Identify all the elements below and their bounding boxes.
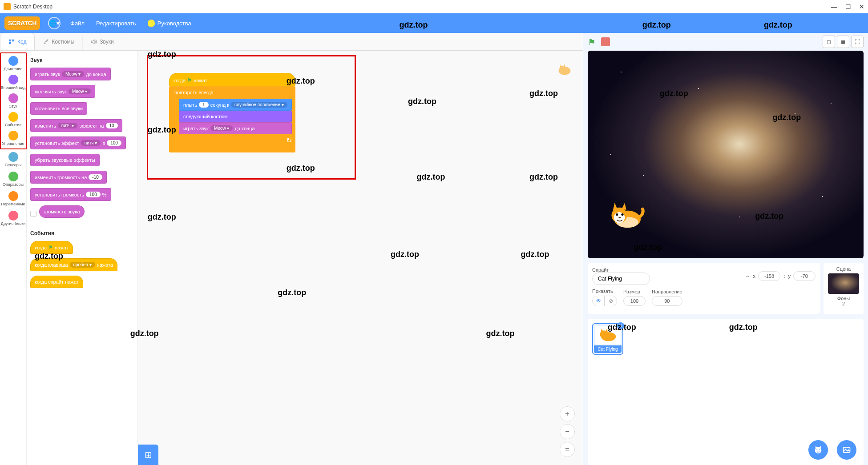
svg-marker-19 xyxy=(606,329,608,332)
green-flag-button[interactable]: ⚑ xyxy=(588,37,598,47)
svg-point-24 xyxy=(819,449,820,450)
image-icon xyxy=(842,445,851,454)
sprite-list: ✕ Cat Flying xyxy=(588,319,864,465)
tab-sounds[interactable]: Звуки xyxy=(83,33,122,50)
svg-rect-0 xyxy=(9,39,11,41)
sprite-label: Спрайт xyxy=(592,267,650,273)
y-icon: ↕ xyxy=(783,273,786,279)
block-categories: Движение Внешний вид Звук События Управл… xyxy=(0,51,27,465)
script-stack[interactable]: когда ⚑ нажат повторять всегда плыть1сек… xyxy=(169,73,295,152)
stage-small-button[interactable]: ◻ xyxy=(823,36,835,48)
sprite-name-input[interactable] xyxy=(592,273,650,285)
volume-monitor-checkbox[interactable] xyxy=(30,211,36,217)
add-backdrop-button[interactable] xyxy=(837,440,856,460)
workspace-sprite-watermark xyxy=(555,60,574,78)
sprite-info-panel: Спрайт ↔ x -158 ↕ y -70 Показать xyxy=(588,263,820,314)
stage-header: ⚑ ◻ ◼ ⛶ xyxy=(583,33,868,51)
show-sprite-button[interactable]: 👁 xyxy=(592,296,605,306)
lightbulb-icon xyxy=(148,20,155,27)
menubar: SCRATCH 🌐▾ Файл Редактировать Руководств… xyxy=(0,13,868,33)
category-control[interactable]: Управление xyxy=(1,129,26,148)
category-motion[interactable]: Движение xyxy=(1,54,26,73)
tab-code[interactable]: Код xyxy=(0,33,35,50)
sprite-y-input[interactable]: -70 xyxy=(793,271,816,281)
svg-point-15 xyxy=(618,216,621,218)
block-play-sound-until-done[interactable]: играть звукMeow ▾до конца xyxy=(30,68,111,80)
stop-button[interactable] xyxy=(601,37,610,46)
category-sensing[interactable]: Сенсоры xyxy=(1,150,26,169)
code-icon xyxy=(8,39,15,45)
menu-tutorials[interactable]: Руководства xyxy=(146,17,193,29)
tab-costumes[interactable]: Костюмы xyxy=(35,33,83,50)
category-variables[interactable]: Переменные xyxy=(1,189,26,208)
category-sound[interactable]: Звук xyxy=(1,92,26,110)
svg-marker-22 xyxy=(819,446,821,449)
app-icon xyxy=(4,3,11,10)
block-when-key-pressed[interactable]: когда клавишапробел ▾нажата xyxy=(30,258,117,271)
category-looks[interactable]: Внешний вид xyxy=(1,73,26,92)
stage-large-button[interactable]: ◼ xyxy=(837,36,849,48)
block-change-volume[interactable]: изменить громкость на-10 xyxy=(30,171,107,184)
add-extension-button[interactable]: ⊞ xyxy=(138,445,158,465)
add-sprite-button[interactable] xyxy=(808,440,828,460)
svg-point-23 xyxy=(816,449,817,450)
svg-marker-18 xyxy=(601,329,603,332)
block-stop-all-sounds[interactable]: остановить все звуки xyxy=(30,102,87,115)
svg-point-14 xyxy=(621,213,623,215)
svg-rect-1 xyxy=(9,42,11,44)
svg-marker-11 xyxy=(613,203,618,210)
block-when-sprite-clicked[interactable]: когда спрайт нажат xyxy=(30,276,83,288)
category-events[interactable]: События xyxy=(1,110,26,129)
svg-marker-12 xyxy=(622,203,626,210)
ws-glide[interactable]: плыть1секунд кслучайное положение ▾ xyxy=(179,99,292,111)
category-myblocks[interactable]: Другие блоки xyxy=(1,209,26,228)
sprite-size-input[interactable]: 100 xyxy=(623,296,646,306)
ws-play-sound[interactable]: играть звукMeow ▾до конца xyxy=(179,122,292,134)
speaker-icon xyxy=(91,39,97,45)
close-button[interactable]: ✕ xyxy=(859,3,864,10)
palette-header-sound: Звук xyxy=(30,57,134,63)
sprite-tile-cat-flying[interactable]: ✕ Cat Flying xyxy=(592,323,623,355)
menu-edit[interactable]: Редактировать xyxy=(94,17,138,29)
sprite-x-input[interactable]: -158 xyxy=(758,271,780,281)
zoom-out-button[interactable]: − xyxy=(560,424,575,439)
cat-face-icon xyxy=(813,445,823,455)
svg-point-13 xyxy=(616,213,618,215)
category-operators[interactable]: Операторы xyxy=(1,170,26,188)
stage-thumbnail[interactable] xyxy=(828,273,859,294)
brush-icon xyxy=(43,39,49,45)
scripts-workspace[interactable]: когда ⚑ нажат повторять всегда плыть1сек… xyxy=(138,51,583,465)
svg-marker-5 xyxy=(560,64,562,67)
palette-header-events: События xyxy=(30,230,134,237)
svg-rect-2 xyxy=(12,39,14,41)
sprite-direction-input[interactable]: 90 xyxy=(652,296,682,306)
tutorials-label: Руководства xyxy=(157,20,191,27)
block-palette[interactable]: Звук играть звукMeow ▾до конца включить … xyxy=(27,51,138,465)
ws-forever[interactable]: повторять всегда плыть1секунд кслучайное… xyxy=(169,86,295,152)
block-volume[interactable]: громкость звука xyxy=(39,205,85,218)
hide-sprite-button[interactable]: ⊘ xyxy=(605,296,617,306)
ws-when-flag[interactable]: когда ⚑ нажат xyxy=(169,73,295,86)
stage-fullscreen-button[interactable]: ⛶ xyxy=(851,36,864,48)
stage-info-panel[interactable]: Сцена Фоны 2 xyxy=(824,263,864,314)
block-start-sound[interactable]: включить звукMeow ▾ xyxy=(30,85,95,98)
language-button[interactable]: 🌐▾ xyxy=(48,17,61,29)
zoom-in-button[interactable]: + xyxy=(560,406,575,421)
svg-marker-21 xyxy=(816,446,818,449)
scratch-logo[interactable]: SCRATCH xyxy=(4,16,40,30)
menu-file[interactable]: Файл xyxy=(69,17,86,29)
minimize-button[interactable]: — xyxy=(831,3,837,10)
block-when-flag-clicked[interactable]: когда ⚑ нажат xyxy=(30,241,73,254)
delete-sprite-button[interactable]: ✕ xyxy=(617,322,624,329)
block-clear-effects[interactable]: убрать звуковые эффекты xyxy=(30,154,100,166)
x-icon: ↔ xyxy=(746,273,751,279)
maximize-button[interactable]: ☐ xyxy=(845,3,851,10)
block-set-effect[interactable]: установить эффектпитч ▾в100 xyxy=(30,136,126,149)
ws-next-costume[interactable]: следующий костюм xyxy=(179,111,292,122)
sprite-on-stage[interactable] xyxy=(606,200,646,232)
zoom-reset-button[interactable]: = xyxy=(560,442,575,457)
block-set-volume[interactable]: установить громкость100% xyxy=(30,188,111,201)
block-change-effect[interactable]: изменитьпитч ▾эффект на10 xyxy=(30,119,122,132)
stage[interactable] xyxy=(588,51,864,258)
window-titlebar: Scratch Desktop — ☐ ✕ xyxy=(0,0,868,13)
